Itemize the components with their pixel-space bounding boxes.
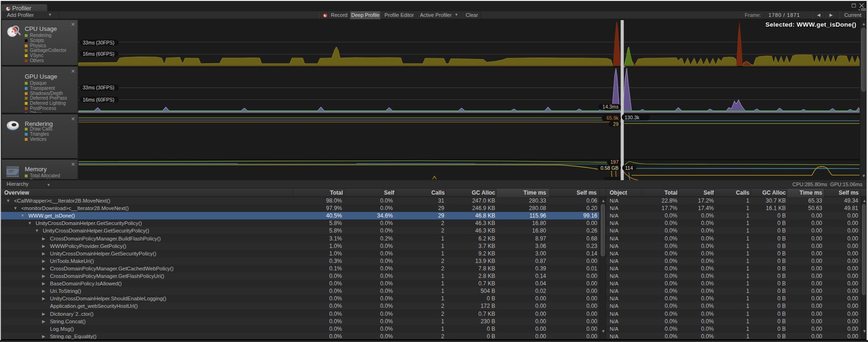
svg-text:0.58 GB: 0.58 GB (600, 165, 619, 171)
svg-text:65.9k: 65.9k (606, 115, 619, 121)
svg-text:197: 197 (610, 159, 619, 165)
svg-text:33ms (30FPS): 33ms (30FPS) (83, 85, 114, 90)
svg-text:130.3k: 130.3k (625, 115, 640, 120)
svg-text:33ms (30FPS): 33ms (30FPS) (83, 40, 114, 45)
svg-text:16ms (60FPS): 16ms (60FPS) (83, 51, 114, 57)
svg-text:29: 29 (613, 121, 619, 127)
svg-text:16ms (60FPS): 16ms (60FPS) (83, 97, 114, 102)
svg-text:14.3ms: 14.3ms (603, 104, 619, 109)
svg-text:114: 114 (625, 165, 633, 171)
